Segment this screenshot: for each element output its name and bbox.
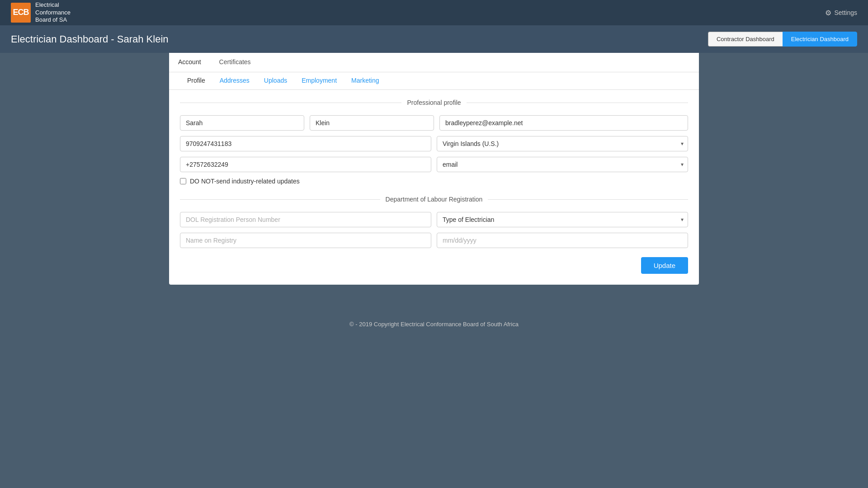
- dol-line-left: [180, 199, 380, 200]
- main-panel: Profile Addresses Uploads Employment Mar…: [169, 72, 699, 285]
- sub-tab-profile[interactable]: Profile: [180, 72, 212, 89]
- sub-tab-employment[interactable]: Employment: [294, 72, 344, 89]
- dol-line-right: [488, 199, 688, 200]
- email-input[interactable]: [439, 115, 688, 131]
- section-line-left: [180, 103, 401, 103]
- country-field: Virgin Islands (U.S.) South Africa Unite…: [437, 136, 688, 151]
- phone2-input[interactable]: [180, 157, 431, 172]
- button-row: Update: [180, 257, 688, 274]
- org-name: Electrical Conformance Board of SA: [35, 1, 71, 24]
- dol-number-field: [180, 212, 431, 227]
- contractor-dashboard-button[interactable]: Contractor Dashboard: [708, 32, 783, 47]
- contact-method-field: email phone sms: [437, 157, 688, 172]
- sub-tab-marketing[interactable]: Marketing: [344, 72, 386, 89]
- tab-account[interactable]: Account: [169, 53, 210, 72]
- name-registry-field: [180, 233, 431, 248]
- tab-certificates[interactable]: Certificates: [210, 53, 260, 72]
- main-tabs-container: Account Certificates: [169, 53, 699, 72]
- name-email-row: [180, 115, 688, 131]
- phone1-field: [180, 136, 431, 151]
- logo-icon: ECB: [11, 3, 31, 23]
- update-button[interactable]: Update: [641, 257, 688, 274]
- logo-area: ECB Electrical Conformance Board of SA: [11, 1, 71, 24]
- last-name-input[interactable]: [310, 115, 434, 131]
- name-registry-input[interactable]: [180, 233, 431, 248]
- dol-row2: [180, 233, 688, 248]
- no-updates-label: DO NOT-send industry-related updates: [190, 178, 300, 185]
- country-select[interactable]: Virgin Islands (U.S.) South Africa Unite…: [437, 136, 688, 151]
- phone-country-row: Virgin Islands (U.S.) South Africa Unite…: [180, 136, 688, 151]
- gear-icon: ⚙: [825, 9, 831, 17]
- sub-tabs-row: Profile Addresses Uploads Employment Mar…: [180, 72, 688, 89]
- sub-header: Electrician Dashboard - Sarah Klein Cont…: [0, 25, 868, 53]
- sub-tab-uploads[interactable]: Uploads: [257, 72, 294, 89]
- sub-tabs-container: Profile Addresses Uploads Employment Mar…: [169, 72, 699, 90]
- last-name-field: [310, 115, 434, 131]
- sub-tab-addresses[interactable]: Addresses: [212, 72, 257, 89]
- type-electrician-field: Type of Electrician Domestic Certificate…: [437, 212, 688, 227]
- phone2-field: [180, 157, 431, 172]
- content-area: Account Certificates Profile Addresses U…: [158, 53, 710, 303]
- first-name-field: [180, 115, 304, 131]
- no-updates-row: DO NOT-send industry-related updates: [180, 178, 688, 185]
- dol-section-header: Department of Labour Registration: [180, 196, 688, 203]
- no-updates-checkbox[interactable]: [180, 178, 186, 184]
- main-tabs-row: Account Certificates: [169, 53, 699, 72]
- footer: © - 2019 Copyright Electrical Conformanc…: [0, 312, 868, 337]
- settings-button[interactable]: ⚙ Settings: [825, 9, 857, 17]
- dol-row1: Type of Electrician Domestic Certificate…: [180, 212, 688, 227]
- first-name-input[interactable]: [180, 115, 304, 131]
- email-field: [439, 115, 688, 131]
- dol-number-input[interactable]: [180, 212, 431, 227]
- dol-section-title: Department of Labour Registration: [386, 196, 483, 203]
- contact-method-select[interactable]: email phone sms: [437, 157, 688, 172]
- phone1-input[interactable]: [180, 136, 431, 151]
- professional-profile-title: Professional profile: [407, 99, 461, 106]
- date-input[interactable]: [437, 233, 688, 248]
- page-title: Electrician Dashboard - Sarah Klein: [11, 33, 169, 45]
- dashboard-buttons: Contractor Dashboard Electrician Dashboa…: [708, 32, 857, 47]
- top-bar: ECB Electrical Conformance Board of SA ⚙…: [0, 0, 868, 25]
- date-field: [437, 233, 688, 248]
- electrician-dashboard-button[interactable]: Electrician Dashboard: [783, 32, 857, 47]
- professional-profile-section-header: Professional profile: [180, 99, 688, 106]
- type-electrician-select[interactable]: Type of Electrician Domestic Certificate…: [437, 212, 688, 227]
- section-line-right: [467, 103, 688, 103]
- phone2-contact-row: email phone sms: [180, 157, 688, 172]
